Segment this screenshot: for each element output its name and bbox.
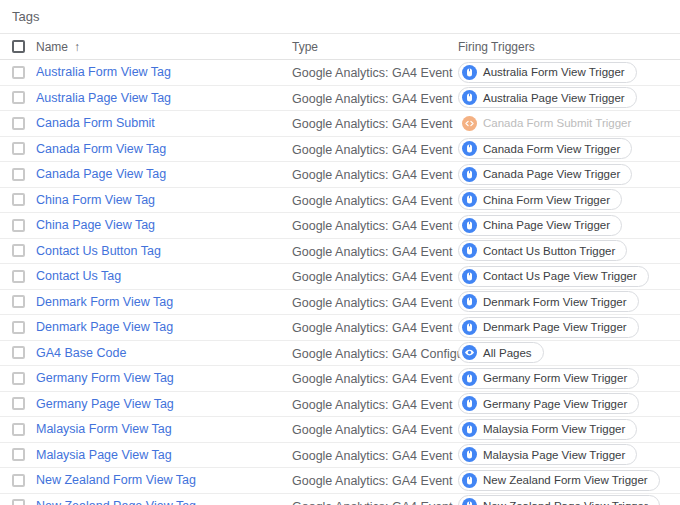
tag-name-link[interactable]: China Form View Tag [36,193,155,207]
firing-trigger-chip[interactable]: China Page View Trigger [458,215,622,236]
tag-type-label: Google Analytics: GA4 Event [292,500,453,505]
tag-type-label: Google Analytics: GA4 Event [292,219,453,233]
mouse-click-icon [462,473,477,488]
firing-trigger-chip[interactable]: Contact Us Page View Trigger [458,266,649,287]
tag-name-link[interactable]: Canada Page View Tag [36,167,166,181]
tag-name-link[interactable]: Australia Page View Tag [36,91,171,105]
mouse-click-icon [462,243,477,258]
mouse-click-icon [462,422,477,437]
firing-trigger-chip[interactable]: Malaysia Form View Trigger [458,419,637,440]
firing-trigger-chip[interactable]: Australia Page View Trigger [458,87,637,108]
mouse-click-icon [462,90,477,105]
row-checkbox[interactable] [12,474,25,487]
table-row: New Zealand Form View Tag Google Analyti… [0,468,680,494]
firing-trigger-chip[interactable]: China Form View Trigger [458,189,622,210]
row-checkbox[interactable] [12,91,25,104]
row-checkbox[interactable] [12,346,25,359]
mouse-click-icon [462,141,477,156]
column-header-type[interactable]: Type [292,40,318,54]
table-row: China Form View Tag Google Analytics: GA… [0,188,680,214]
table-header-row: Name ↑ Type Firing Triggers [0,33,680,60]
tag-type-label: Google Analytics: GA4 Event [292,66,453,80]
row-checkbox[interactable] [12,193,25,206]
mouse-click-icon [462,167,477,182]
row-checkbox[interactable] [12,499,25,505]
trigger-label: Malaysia Page View Trigger [483,449,625,461]
mouse-click-icon [462,498,477,505]
tag-name-link[interactable]: Contact Us Tag [36,269,121,283]
table-row: Australia Form View Tag Google Analytics… [0,60,680,86]
firing-trigger-chip[interactable]: Denmark Form View Trigger [458,291,639,312]
tag-name-link[interactable]: Malaysia Form View Tag [36,422,172,436]
page-title: Tags [0,0,680,33]
table-row: Malaysia Page View Tag Google Analytics:… [0,443,680,469]
row-checkbox[interactable] [12,372,25,385]
firing-trigger-chip[interactable]: Canada Form View Trigger [458,138,632,159]
row-checkbox[interactable] [12,244,25,257]
mouse-click-icon [462,192,477,207]
row-checkbox[interactable] [12,142,25,155]
tag-type-label: Google Analytics: GA4 Event [292,398,453,412]
tag-type-label: Google Analytics: GA4 Event [292,194,453,208]
firing-trigger-chip[interactable]: Germany Page View Trigger [458,393,639,414]
tag-name-link[interactable]: Canada Form Submit [36,116,155,130]
trigger-label: Denmark Page View Trigger [483,321,627,333]
row-checkbox[interactable] [12,397,25,410]
row-checkbox[interactable] [12,270,25,283]
trigger-label: Denmark Form View Trigger [483,296,627,308]
trigger-label: Contact Us Button Trigger [483,245,615,257]
trigger-label: New Zealand Page View Trigger [483,500,648,505]
firing-trigger-chip[interactable]: Denmark Page View Trigger [458,317,639,338]
tag-name-link[interactable]: Malaysia Page View Tag [36,448,172,462]
tag-name-link[interactable]: Germany Page View Tag [36,397,174,411]
row-checkbox[interactable] [12,219,25,232]
eye-icon [462,345,477,360]
tag-name-link[interactable]: Germany Form View Tag [36,371,174,385]
firing-trigger-chip[interactable]: Australia Form View Trigger [458,62,637,83]
tag-name-link[interactable]: New Zealand Form View Tag [36,473,196,487]
row-checkbox[interactable] [12,448,25,461]
table-row: Denmark Form View Tag Google Analytics: … [0,290,680,316]
row-checkbox[interactable] [12,423,25,436]
column-header-name[interactable]: Name [36,40,68,54]
trigger-label: Australia Form View Trigger [483,66,625,78]
trigger-label: Malaysia Form View Trigger [483,423,625,435]
row-checkbox[interactable] [12,321,25,334]
firing-trigger-chip[interactable]: Contact Us Button Trigger [458,240,627,261]
tag-type-label: Google Analytics: GA4 Event [292,270,453,284]
tag-name-link[interactable]: China Page View Tag [36,218,155,232]
tag-type-label: Google Analytics: GA4 Event [292,423,453,437]
firing-trigger-chip[interactable]: Germany Form View Trigger [458,368,639,389]
firing-trigger-chip[interactable]: Canada Form Submit Trigger [458,113,643,134]
tag-type-label: Google Analytics: GA4 Event [292,321,453,335]
table-row: Canada Form View Tag Google Analytics: G… [0,137,680,163]
tag-name-link[interactable]: Denmark Page View Tag [36,320,173,334]
tag-type-label: Google Analytics: GA4 Event [292,143,453,157]
firing-trigger-chip[interactable]: New Zealand Form View Trigger [458,470,660,491]
column-header-firing-triggers: Firing Triggers [458,40,535,54]
table-row: Denmark Page View Tag Google Analytics: … [0,315,680,341]
firing-trigger-chip[interactable]: Malaysia Page View Trigger [458,444,637,465]
row-checkbox[interactable] [12,66,25,79]
mouse-click-icon [462,396,477,411]
tag-name-link[interactable]: New Zealand Page View Tag [36,499,196,505]
tag-name-link[interactable]: Contact Us Button Tag [36,244,161,258]
trigger-label: Canada Page View Trigger [483,168,620,180]
tags-page: Tags Name ↑ Type Firing Triggers Austral… [0,0,680,505]
table-row: Germany Form View Tag Google Analytics: … [0,366,680,392]
row-checkbox[interactable] [12,117,25,130]
sort-ascending-icon[interactable]: ↑ [74,40,80,54]
select-all-checkbox[interactable] [12,40,25,53]
firing-trigger-chip[interactable]: New Zealand Page View Trigger [458,495,660,505]
firing-trigger-chip[interactable]: All Pages [458,342,544,363]
firing-trigger-chip[interactable]: Canada Page View Trigger [458,164,632,185]
tag-name-link[interactable]: Canada Form View Tag [36,142,166,156]
row-checkbox[interactable] [12,168,25,181]
row-checkbox[interactable] [12,295,25,308]
table-row: Australia Page View Tag Google Analytics… [0,86,680,112]
tag-name-link[interactable]: GA4 Base Code [36,346,126,360]
table-row: Contact Us Tag Google Analytics: GA4 Eve… [0,264,680,290]
tag-name-link[interactable]: Australia Form View Tag [36,65,171,79]
tag-name-link[interactable]: Denmark Form View Tag [36,295,173,309]
table-row: Canada Page View Tag Google Analytics: G… [0,162,680,188]
